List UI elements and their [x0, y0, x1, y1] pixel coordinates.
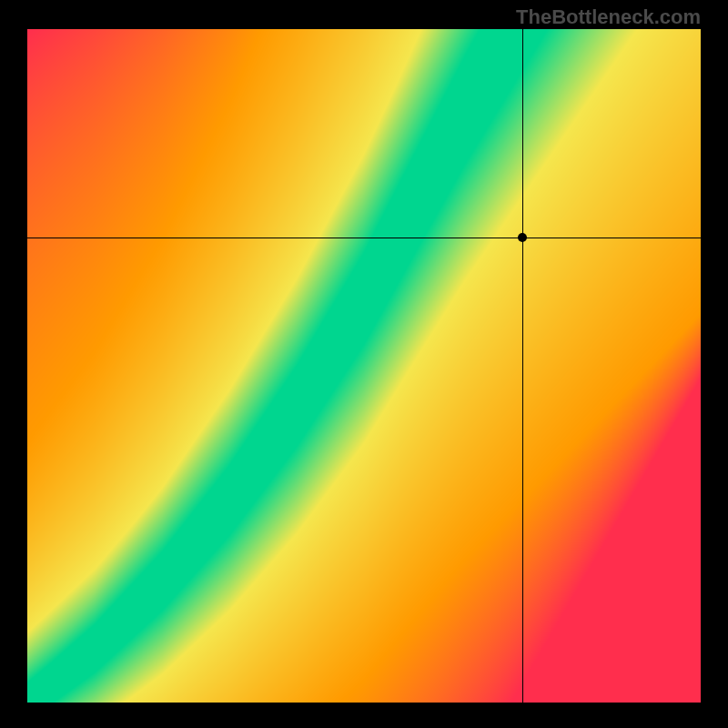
heatmap-canvas — [27, 29, 701, 703]
crosshair-horizontal — [27, 238, 701, 238]
crosshair-vertical — [522, 29, 523, 703]
data-point-marker — [518, 233, 527, 242]
chart-container: TheBottleneck.com — [0, 0, 728, 728]
attribution-label: TheBottleneck.com — [516, 5, 701, 29]
plot-area — [27, 29, 701, 703]
